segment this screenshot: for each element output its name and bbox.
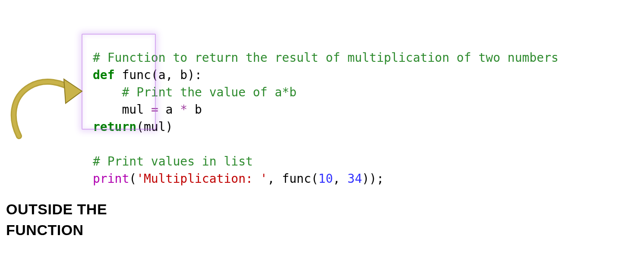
tok-rparen-close: ) xyxy=(166,120,173,134)
tok-params: a, b xyxy=(158,68,187,82)
svg-marker-0 xyxy=(64,79,82,103)
tok-paren-close: ): xyxy=(187,68,202,82)
code-comment-2: # Print the value of a*b xyxy=(122,85,297,99)
tok-paren-open: ( xyxy=(151,68,158,82)
tok-equals: = xyxy=(151,102,158,117)
tok-string: 'Multiplication: ' xyxy=(136,172,267,186)
tok-argsep: , xyxy=(333,172,347,186)
tok-b: b xyxy=(187,102,202,117)
tok-return: return xyxy=(93,120,136,134)
code-comment-1: # Function to return the result of multi… xyxy=(93,51,559,65)
tok-rparen-open: ( xyxy=(136,120,144,134)
annotation-label: OUTSIDE THE FUNCTION xyxy=(6,199,107,240)
tok-funcall: , func( xyxy=(268,172,319,186)
tok-lhs: mul xyxy=(122,102,151,117)
tok-popen: ( xyxy=(129,172,136,186)
tok-def: def xyxy=(93,68,115,82)
tok-mul: mul xyxy=(144,120,166,134)
tok-star: * xyxy=(180,102,187,117)
code-comment-3: # Print values in list xyxy=(93,154,253,169)
tok-funcname: func xyxy=(115,68,151,82)
tok-pclose: )); xyxy=(362,172,384,186)
tok-num2: 34 xyxy=(347,172,362,186)
arrow-icon xyxy=(6,67,84,140)
tok-print: print xyxy=(93,172,129,186)
tok-num1: 10 xyxy=(319,172,333,186)
code-block: # Function to return the result of multi… xyxy=(93,32,559,188)
indent xyxy=(93,102,122,117)
indent xyxy=(93,85,122,99)
tok-a: a xyxy=(158,102,180,117)
